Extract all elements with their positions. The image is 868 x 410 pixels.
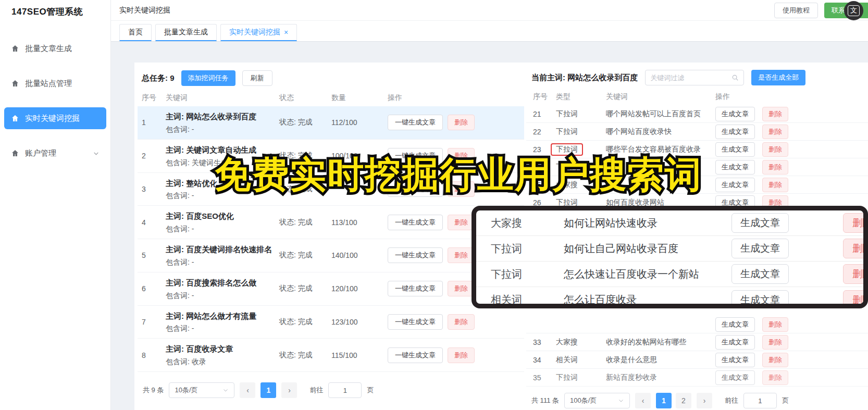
goto-page-input[interactable] (328, 382, 362, 398)
delete-button[interactable]: 删除 (448, 215, 475, 230)
row-status: 状态: 完成 (279, 284, 331, 293)
delete-button[interactable]: 删除 (448, 115, 475, 130)
sidebar-item[interactable]: 批量文章生成 (4, 38, 106, 59)
delete-button[interactable]: 删除 (762, 160, 788, 175)
table-row[interactable]: 2 主词: 关键词文章自动生成 包含词: 关键词生成 状态: 完成 100/10… (138, 140, 524, 173)
tutorial-button[interactable]: 使用教程 (774, 3, 818, 18)
table-row[interactable]: 25 大家搜 生成文章 删除 (526, 176, 868, 194)
generate-articles-button[interactable]: 一键生成文章 (388, 314, 443, 330)
row-type: 下拉词 (556, 163, 606, 172)
delete-button[interactable]: 删除 (762, 142, 788, 157)
row-index: 25 (533, 181, 556, 189)
delete-button[interactable]: 删除 (843, 239, 868, 258)
table-row[interactable]: 8 主词: 百度收录文章 包含词: 收录 状态: 完成 115/100 一键生成… (138, 339, 524, 372)
row-actions: 一键生成文章 删除 (388, 314, 524, 330)
delete-button[interactable]: 删除 (762, 317, 788, 332)
delete-button[interactable]: 删除 (448, 314, 475, 330)
tab-close-icon[interactable]: × (284, 29, 288, 36)
generate-all-button[interactable]: 是否生成全部 (751, 70, 805, 85)
table-row[interactable]: 35 下拉词 新站百度秒收录 生成文章 删除 (526, 369, 868, 387)
task-table-header: 序号 关键词 状态 数量 操作 (138, 90, 524, 106)
tab[interactable]: 首页 (119, 24, 152, 41)
refresh-button[interactable]: 刷新 (242, 70, 272, 86)
delete-button[interactable]: 删除 (762, 353, 788, 367)
translate-badge-icon[interactable]: 文 (844, 1, 863, 20)
generate-article-button[interactable]: 生成文章 (715, 125, 755, 139)
delete-button[interactable]: 删除 (448, 347, 475, 363)
delete-button[interactable]: 删除 (843, 213, 868, 233)
table-row[interactable]: 6 主词: 百度搜索排名怎么做 包含词: - 状态: 完成 120/100 一键… (138, 272, 524, 306)
delete-button[interactable]: 删除 (448, 148, 475, 164)
generate-articles-button[interactable]: 一键生成文章 (388, 347, 443, 363)
generate-article-button[interactable]: 生成文章 (731, 290, 789, 309)
generate-articles-button[interactable]: 一键生成文章 (388, 247, 443, 263)
generate-article-button[interactable]: 生成文章 (731, 239, 789, 258)
generate-article-button[interactable]: 生成文章 (715, 335, 755, 350)
delete-button[interactable]: 删除 (448, 247, 475, 263)
sidebar-nav: 批量文章生成 批量站点管理 实时关键词挖掘 账户管理 (0, 38, 110, 164)
page-button[interactable]: 2 (676, 393, 691, 408)
sidebar-item[interactable]: 账户管理 (4, 142, 106, 164)
per-page-select[interactable]: 100条/页 (564, 393, 630, 408)
goto-page-input[interactable] (743, 393, 777, 408)
generate-article-button[interactable]: 生成文章 (731, 213, 789, 233)
delete-button[interactable]: 删除 (448, 181, 475, 197)
generate-articles-button[interactable]: 一键生成文章 (388, 115, 443, 130)
per-page-select[interactable]: 10条/页 (169, 382, 234, 398)
add-task-button[interactable]: 添加挖词任务 (181, 70, 235, 86)
table-row[interactable]: 21 下拉词 哪个网站发帖可以上百度首页 生成文章 删除 (526, 105, 868, 123)
next-page-button[interactable]: › (697, 393, 712, 408)
keyword-filter-input[interactable] (650, 74, 731, 82)
col-type: 类型 (556, 92, 606, 102)
inset-row-keyword: 怎么让百度收录 (564, 293, 725, 307)
row-actions: 生成文章 删除 (715, 107, 868, 121)
generate-articles-button[interactable]: 一键生成文章 (388, 215, 443, 230)
delete-button[interactable]: 删除 (762, 335, 788, 350)
delete-button[interactable]: 删除 (762, 125, 788, 139)
table-row[interactable]: 3 主词: 整站优化 包含词: - 状态: 完成 一键生成文章 删除 (138, 173, 524, 206)
generate-article-button[interactable]: 生成文章 (715, 107, 755, 121)
generate-articles-button[interactable]: 一键生成文章 (388, 148, 443, 164)
delete-button[interactable]: 删除 (448, 281, 475, 296)
generate-articles-button[interactable]: 一键生成文章 (388, 281, 443, 296)
tab[interactable]: 实时关键词挖掘 × (220, 24, 297, 41)
page-button[interactable]: 1 (656, 393, 672, 408)
row-type-value: 下拉词 (556, 127, 578, 135)
table-row[interactable]: 22 下拉词 哪个网站百度收录快 生成文章 删除 (526, 123, 868, 141)
keyword-rows-bottom: 33 大家搜 收录好的发帖网站有哪些 生成文章 删除 (526, 333, 868, 387)
generate-article-button[interactable]: 生成文章 (715, 142, 755, 157)
delete-button[interactable]: 删除 (762, 107, 788, 121)
table-row[interactable]: 23 下拉词 哪些平台发文容易被百度收录 生成文章 删除 (526, 141, 868, 158)
table-row[interactable]: 34 相关词 收录是什么意思 生成文章 删除 (526, 351, 868, 369)
generate-article-button[interactable]: 生成文章 (715, 160, 755, 175)
generate-article-button[interactable]: 生成文章 (715, 317, 755, 332)
generate-article-button[interactable]: 生成文章 (715, 353, 755, 367)
row-index: 4 (142, 218, 166, 227)
delete-button[interactable]: 删除 (762, 370, 788, 385)
tab[interactable]: 批量文章生成 (155, 24, 217, 41)
table-row[interactable]: 24 下拉词 生成文章 删除 (526, 158, 868, 176)
table-row-clipped[interactable]: 生成文章 删除 (526, 316, 868, 333)
row-keyword-cell: 主词: 整站优化 包含词: - (166, 178, 279, 201)
table-row[interactable]: 5 主词: 百度关键词排名快速排名 包含词: - 状态: 完成 140/100 … (138, 239, 524, 272)
generate-articles-button[interactable]: 一键生成文章 (388, 181, 443, 197)
table-row[interactable]: 7 主词: 网站怎么做才有流量 包含词: - 状态: 完成 123/100 一键… (138, 306, 524, 339)
page-button[interactable]: 1 (261, 382, 276, 398)
delete-button[interactable]: 删除 (843, 264, 868, 284)
chevron-down-icon (222, 387, 229, 393)
generate-article-button[interactable]: 生成文章 (715, 370, 755, 385)
sidebar-item[interactable]: 实时关键词挖掘 (4, 107, 106, 129)
next-page-button[interactable]: › (281, 382, 297, 398)
delete-button[interactable]: 删除 (843, 290, 868, 309)
prev-page-button[interactable]: ‹ (240, 382, 255, 398)
table-row[interactable]: 33 大家搜 收录好的发帖网站有哪些 生成文章 删除 (526, 333, 868, 351)
col-index: 序号 (533, 92, 556, 102)
generate-article-button[interactable]: 生成文章 (715, 178, 755, 192)
sidebar-item[interactable]: 批量站点管理 (4, 72, 106, 94)
generate-article-button[interactable]: 生成文章 (731, 264, 789, 284)
prev-page-button[interactable]: ‹ (635, 393, 651, 408)
chevron-down-icon (93, 150, 100, 157)
table-row[interactable]: 1 主词: 网站怎么收录到百度 包含词: - 状态: 完成 112/100 一键… (138, 106, 524, 140)
delete-button[interactable]: 删除 (762, 178, 788, 192)
table-row[interactable]: 4 主词: 百度SEO优化 包含词: - 状态: 完成 113/100 一键生成… (138, 206, 524, 239)
